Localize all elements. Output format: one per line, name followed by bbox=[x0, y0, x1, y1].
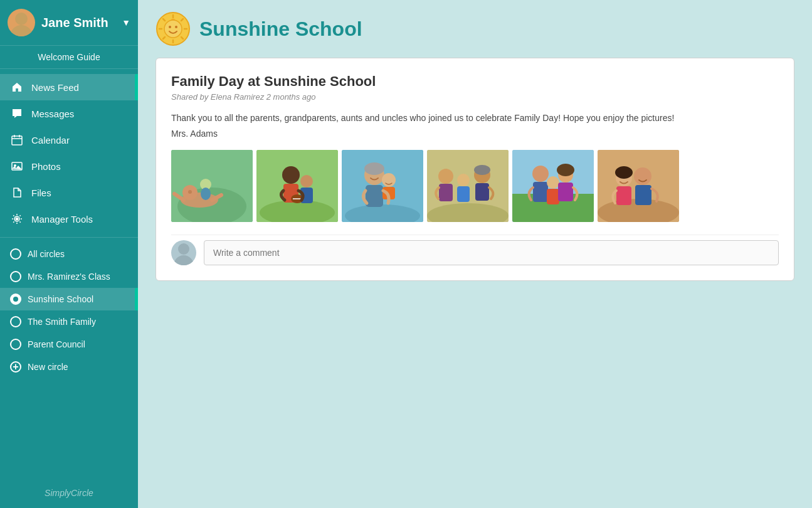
active-bar bbox=[135, 74, 138, 100]
comment-input[interactable] bbox=[204, 240, 779, 265]
plus-icon: + bbox=[10, 361, 21, 373]
circle-dot bbox=[10, 339, 21, 350]
circle-sunshine-wrapper: Sunshine School bbox=[0, 288, 138, 310]
svg-rect-64 bbox=[558, 183, 573, 201]
school-logo-icon bbox=[156, 11, 191, 46]
svg-rect-52 bbox=[457, 186, 470, 202]
svg-point-51 bbox=[457, 174, 470, 186]
svg-point-70 bbox=[634, 167, 651, 185]
svg-point-34 bbox=[282, 166, 300, 184]
circle-item-mrs-ramirezs-class[interactable]: Mrs. Ramirez's Class bbox=[0, 265, 138, 288]
school-name: Sunshine School bbox=[199, 18, 362, 41]
svg-point-43 bbox=[364, 162, 384, 175]
calendar-icon bbox=[10, 133, 24, 147]
sidebar-item-manager-tools[interactable]: Manager Tools bbox=[0, 206, 138, 232]
gear-icon bbox=[10, 212, 24, 226]
svg-point-0 bbox=[10, 25, 33, 36]
svg-rect-61 bbox=[547, 189, 559, 204]
svg-rect-59 bbox=[533, 182, 548, 202]
post-subtitle: Shared by Elena Ramirez 2 months ago bbox=[171, 92, 779, 102]
sidebar-item-news-feed[interactable]: News Feed bbox=[0, 74, 138, 100]
svg-point-36 bbox=[300, 175, 313, 188]
svg-point-13 bbox=[169, 26, 171, 28]
circle-dot bbox=[10, 271, 21, 282]
file-icon bbox=[10, 186, 24, 199]
photo-icon bbox=[10, 159, 24, 173]
photo-3[interactable] bbox=[342, 150, 423, 222]
circle-all-wrapper: All circles bbox=[0, 243, 138, 265]
circle-item-the-smith-family[interactable]: The Smith Family bbox=[0, 310, 138, 333]
avatar bbox=[8, 9, 35, 36]
svg-point-14 bbox=[175, 26, 177, 28]
svg-point-54 bbox=[474, 165, 490, 175]
user-section[interactable]: Jane Smith ▼ bbox=[0, 0, 138, 46]
dropdown-arrow-icon: ▼ bbox=[122, 18, 130, 28]
svg-point-12 bbox=[164, 20, 182, 38]
sidebar: Jane Smith ▼ Welcome Guide News Feed Mes… bbox=[0, 0, 138, 508]
svg-point-7 bbox=[14, 164, 16, 167]
post-title: Family Day at Sunshine School bbox=[171, 73, 779, 90]
svg-point-58 bbox=[532, 166, 549, 182]
svg-point-1 bbox=[15, 13, 28, 25]
svg-rect-2 bbox=[12, 136, 22, 145]
post-body: Thank you to all the parents, grandparen… bbox=[171, 112, 779, 125]
photo-1[interactable] bbox=[171, 150, 253, 222]
sidebar-item-messages[interactable]: Messages bbox=[0, 100, 138, 127]
photo-4[interactable] bbox=[427, 150, 509, 222]
page-header: Sunshine School bbox=[138, 0, 812, 58]
circle-dot bbox=[10, 248, 21, 260]
circle-smith-family-wrapper: The Smith Family bbox=[0, 310, 138, 333]
circle-parent-council-wrapper: Parent Council bbox=[0, 333, 138, 356]
sidebar-footer: SimplyCircle bbox=[0, 478, 138, 508]
circle-item-all-circles[interactable]: All circles bbox=[0, 243, 138, 265]
nav-menu: News Feed Messages Calendar bbox=[0, 69, 138, 238]
commenter-avatar bbox=[171, 240, 196, 265]
user-name: Jane Smith bbox=[41, 16, 118, 30]
sidebar-item-calendar[interactable]: Calendar bbox=[0, 127, 138, 153]
photo-grid bbox=[171, 150, 779, 222]
home-icon bbox=[10, 80, 24, 94]
svg-rect-71 bbox=[635, 185, 651, 205]
photo-6[interactable] bbox=[598, 150, 679, 222]
svg-point-8 bbox=[16, 218, 19, 221]
circle-item-parent-council[interactable]: Parent Council bbox=[0, 333, 138, 356]
svg-point-72 bbox=[174, 255, 194, 265]
circles-section: All circles Mrs. Ramirez's Class Sunshin… bbox=[0, 238, 138, 478]
chat-icon bbox=[10, 107, 24, 120]
svg-rect-50 bbox=[439, 184, 453, 201]
photo-2[interactable] bbox=[256, 150, 338, 222]
post-signature: Mrs. Adams bbox=[171, 129, 779, 139]
circle-mrs-ramirez-wrapper: Mrs. Ramirez's Class bbox=[0, 265, 138, 288]
circle-item-sunshine-school[interactable]: Sunshine School bbox=[0, 288, 138, 310]
svg-point-68 bbox=[615, 166, 633, 179]
circle-dot-active bbox=[10, 294, 21, 305]
welcome-guide-link[interactable]: Welcome Guide bbox=[0, 46, 138, 69]
photo-5[interactable] bbox=[512, 150, 594, 222]
svg-point-60 bbox=[547, 176, 559, 189]
circle-dot bbox=[10, 316, 21, 327]
comment-section bbox=[171, 235, 779, 265]
svg-point-49 bbox=[438, 169, 453, 184]
svg-rect-69 bbox=[616, 186, 631, 205]
main-content: Sunshine School Family Day at Sunshine S… bbox=[138, 0, 812, 508]
sidebar-item-files[interactable]: Files bbox=[0, 179, 138, 206]
post-card: Family Day at Sunshine School Shared by … bbox=[156, 58, 794, 281]
svg-point-28 bbox=[201, 188, 211, 200]
svg-point-31 bbox=[188, 190, 192, 194]
svg-rect-55 bbox=[475, 183, 489, 201]
new-circle-button[interactable]: + New circle bbox=[0, 356, 138, 378]
sidebar-item-photos[interactable]: Photos bbox=[0, 153, 138, 179]
circle-active-bar bbox=[135, 288, 138, 310]
svg-point-73 bbox=[178, 243, 189, 255]
svg-point-63 bbox=[557, 164, 574, 176]
